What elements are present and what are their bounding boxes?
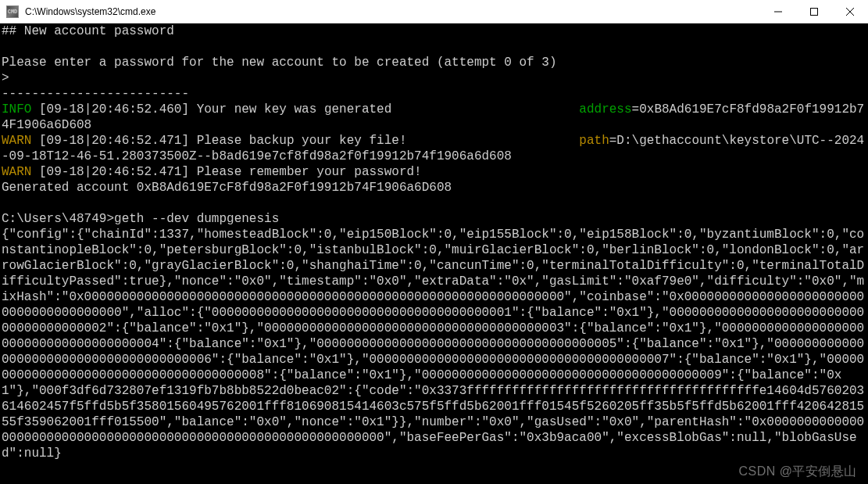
log-msg: Please backup your key file! bbox=[197, 134, 407, 148]
generated-account-line: Generated account 0xB8Ad619E7cF8fd98a2F0… bbox=[2, 181, 452, 195]
log-msg: Please remember your password! bbox=[197, 165, 422, 179]
genesis-json-output: {"config":{"chainId":1337,"homesteadBloc… bbox=[2, 228, 864, 461]
window-buttons bbox=[760, 0, 868, 23]
shell-prompt: C:\Users\48749> bbox=[2, 212, 114, 226]
cmd-icon: CMD bbox=[6, 5, 19, 18]
password-prompt: Please enter a password for the new acco… bbox=[2, 56, 557, 70]
log-level-warn: WARN bbox=[2, 165, 31, 179]
shell-command: geth --dev dumpgenesis bbox=[114, 212, 279, 226]
close-button[interactable] bbox=[832, 0, 868, 23]
log-level-warn: WARN bbox=[2, 134, 31, 148]
log-msg: Your new key was generated bbox=[197, 102, 392, 117]
log-level-info: INFO bbox=[2, 102, 31, 117]
section-header: ## New account password bbox=[2, 24, 174, 38]
echo-prefix: > bbox=[2, 71, 9, 85]
terminal-output[interactable]: ## New account password Please enter a p… bbox=[0, 23, 868, 484]
log-timestamp: [09-18|20:46:52.471] bbox=[39, 134, 189, 148]
log-key-address: address bbox=[579, 102, 631, 117]
log-timestamp: [09-18|20:46:52.460] bbox=[39, 102, 189, 117]
maximize-button[interactable] bbox=[796, 0, 832, 23]
log-timestamp: [09-18|20:46:52.471] bbox=[39, 165, 189, 179]
minimize-button[interactable] bbox=[760, 0, 796, 23]
svg-rect-1 bbox=[811, 8, 818, 15]
log-key-path: path bbox=[579, 134, 609, 148]
watermark: CSDN @平安倒悬山 bbox=[738, 464, 857, 479]
window-title: C:\Windows\system32\cmd.exe bbox=[25, 6, 760, 17]
divider: ------------------------- bbox=[2, 87, 189, 101]
window-titlebar: CMD C:\Windows\system32\cmd.exe bbox=[0, 0, 868, 23]
